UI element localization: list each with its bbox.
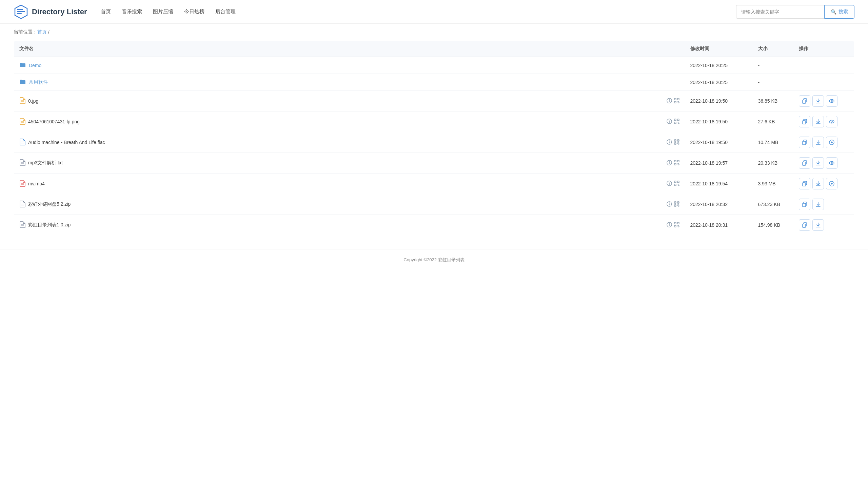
file-name-inner: mp3文件解析.txt (19, 159, 679, 167)
file-name-inner: 常用软件 (19, 78, 679, 86)
copy-button[interactable] (799, 178, 810, 189)
file-actions (793, 111, 854, 132)
svg-point-96 (669, 182, 670, 182)
svg-rect-144 (675, 226, 675, 226)
file-name-cell: 彩虹目录列表1.0.zip (14, 215, 685, 236)
svg-point-25 (831, 100, 832, 102)
info-icon[interactable] (667, 98, 672, 104)
file-icon (19, 221, 25, 229)
qr-icon[interactable] (674, 139, 679, 146)
svg-rect-109 (803, 183, 806, 186)
search-button[interactable]: 🔍 搜索 (824, 5, 854, 19)
svg-rect-2 (17, 11, 25, 12)
download-button[interactable] (812, 219, 824, 231)
info-icon[interactable] (667, 139, 672, 146)
file-modified: 2022-10-18 20:25 (685, 74, 753, 91)
copy-button[interactable] (799, 157, 810, 169)
svg-point-24 (829, 100, 834, 103)
play-button[interactable] (826, 178, 837, 189)
action-button-group (799, 95, 849, 107)
svg-marker-113 (831, 183, 833, 185)
file-name-cell: Demo (14, 57, 685, 74)
qr-icon[interactable] (674, 98, 679, 104)
download-button[interactable] (812, 137, 824, 148)
file-name-inner: 彩虹外链网盘5.2.zip (19, 201, 679, 208)
main-nav: 首页 音乐搜索 图片压缩 今日热榜 后台管理 (101, 7, 736, 16)
breadcrumb-home[interactable]: 首页 (37, 29, 47, 35)
copy-button[interactable] (799, 137, 810, 148)
svg-rect-143 (678, 223, 678, 223)
qr-icon[interactable] (674, 160, 679, 166)
file-size: 20.33 KB (753, 153, 793, 174)
file-actions (793, 174, 854, 194)
file-modified: 2022-10-18 20:32 (685, 194, 753, 215)
table-row: 45047061007431-lp.png 2022-10-18 19:5027… (14, 111, 854, 132)
file-icon (19, 139, 25, 146)
download-button[interactable] (812, 199, 824, 210)
col-header-name: 文件名 (14, 41, 685, 57)
svg-rect-57 (678, 140, 678, 140)
download-button[interactable] (812, 157, 824, 169)
file-name-cell: 45047061007431-lp.png (14, 111, 685, 132)
file-name-inner: 45047061007431-lp.png (19, 118, 679, 126)
svg-rect-14 (675, 102, 675, 102)
qr-icon[interactable] (674, 201, 679, 208)
download-button[interactable] (812, 116, 824, 127)
copy-button[interactable] (799, 199, 810, 210)
play-button[interactable] (826, 137, 837, 148)
svg-rect-56 (675, 140, 675, 140)
svg-rect-101 (678, 181, 678, 182)
file-modified: 2022-10-18 19:50 (685, 91, 753, 111)
col-header-size: 大小 (753, 41, 793, 57)
download-button[interactable] (812, 178, 824, 189)
file-name-cell: mp3文件解析.txt (14, 153, 685, 174)
nav-home[interactable]: 首页 (101, 7, 111, 16)
file-name-text[interactable]: Demo (29, 63, 41, 68)
svg-point-118 (669, 202, 670, 203)
info-icon[interactable] (667, 222, 672, 228)
info-icon[interactable] (667, 119, 672, 125)
logo-link[interactable]: Directory Lister (14, 4, 87, 19)
qr-icon[interactable] (674, 119, 679, 125)
copy-button[interactable] (799, 219, 810, 231)
table-row: Audio machine - Breath And Life.flac 202… (14, 132, 854, 153)
file-actions (793, 91, 854, 111)
view-button[interactable] (826, 95, 837, 107)
search-button-label: 搜索 (839, 9, 848, 15)
view-button[interactable] (826, 157, 837, 169)
nav-hot-today[interactable]: 今日热榜 (184, 7, 204, 16)
copy-button[interactable] (799, 116, 810, 127)
nav-image-compress[interactable]: 图片压缩 (153, 7, 173, 16)
info-icon[interactable] (667, 181, 672, 187)
svg-rect-43 (803, 121, 806, 124)
table-row: mp3文件解析.txt 2022-10-18 19:5720.33 KB (14, 153, 854, 174)
info-icon[interactable] (667, 160, 672, 166)
svg-rect-78 (675, 161, 675, 161)
svg-point-138 (669, 223, 670, 224)
qr-icon[interactable] (674, 222, 679, 228)
search-input[interactable] (736, 5, 824, 19)
file-size: 673.23 KB (753, 194, 793, 215)
file-modified: 2022-10-18 19:54 (685, 174, 753, 194)
qr-icon[interactable] (674, 181, 679, 187)
file-icon (19, 180, 25, 188)
file-icon (19, 159, 25, 167)
svg-point-47 (831, 121, 832, 122)
file-modified: 2022-10-18 19:50 (685, 132, 753, 153)
file-list-container: 文件名 修改时间 大小 操作 Demo2022-10-18 20:25- 常用软… (0, 41, 868, 249)
file-modified: 2022-10-18 20:31 (685, 215, 753, 236)
file-name-inner: mv.mp4 (19, 180, 679, 188)
info-icon[interactable] (667, 201, 672, 208)
nav-music-search[interactable]: 音乐搜索 (122, 7, 142, 16)
file-actions (793, 74, 854, 91)
view-button[interactable] (826, 116, 837, 127)
file-table: 文件名 修改时间 大小 操作 Demo2022-10-18 20:25- 常用软… (14, 41, 854, 236)
file-name-text[interactable]: 常用软件 (29, 79, 48, 85)
download-button[interactable] (812, 95, 824, 107)
file-icon (19, 97, 25, 105)
file-modified: 2022-10-18 20:25 (685, 57, 753, 74)
copy-button[interactable] (799, 95, 810, 107)
nav-admin[interactable]: 后台管理 (215, 7, 236, 16)
svg-rect-65 (803, 141, 806, 145)
file-name-inner: Demo (19, 61, 679, 69)
